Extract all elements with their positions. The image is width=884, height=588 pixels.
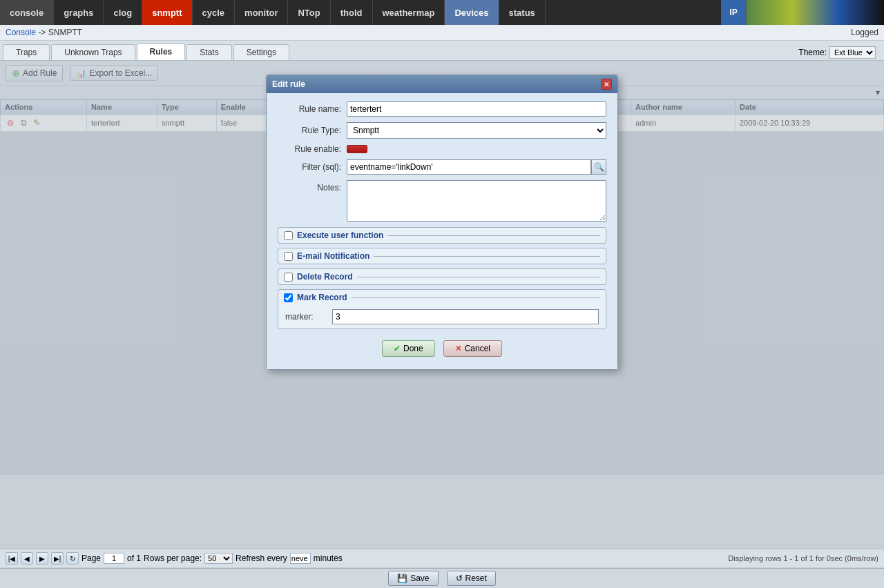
edit-rule-dialog: Edit rule ✕ Rule name: Rule Type: Snmptt [266,75,618,370]
main-content: ⊕ Add Rule 📊 Export to Excel... ▾ Action… [0,61,884,475]
rule-name-row: Rule name: [278,101,606,117]
marker-label: marker: [285,312,327,322]
delete-record-section: Delete Record [278,268,606,285]
delete-record-checkbox[interactable] [284,273,293,282]
filter-row: Filter (sql): 🔍 [278,159,606,175]
notes-row: Notes: [278,180,606,222]
section-divider [357,277,600,277]
done-icon: ✔ [394,344,401,353]
mark-record-label: Mark Record [297,293,347,302]
logged-in-label: Logged [851,28,878,37]
breadcrumb-current: SNMPTT [48,28,82,37]
nav-tab-devices[interactable]: Devices [445,0,499,25]
filter-label: Filter (sql): [278,162,347,172]
rule-name-input[interactable] [347,101,606,117]
breadcrumb-console-link[interactable]: Console [6,28,36,37]
rule-enable-toggle[interactable] [347,145,367,153]
nav-tab-console[interactable]: console [0,0,54,25]
section-divider [387,235,600,236]
nav-tab-thold[interactable]: thold [331,0,373,25]
marker-row: marker: [285,309,599,324]
tab-stats[interactable]: Stats [186,44,231,60]
top-decoration [746,0,884,25]
nav-tab-ntop[interactable]: NTop [288,0,330,25]
notes-textarea[interactable] [347,180,606,222]
notes-label: Notes: [278,180,347,193]
theme-select[interactable]: Ext Blue [829,46,876,59]
section-divider [374,256,600,257]
tab-unknown-traps[interactable]: Unknown Traps [51,44,135,60]
rule-enable-label: Rule enable: [278,144,347,154]
delete-record-header[interactable]: Delete Record [278,269,606,284]
done-label: Done [403,344,423,353]
mark-record-header[interactable]: Mark Record [278,290,606,305]
breadcrumb-arrow: -> [38,28,46,37]
nav-tab-cycle[interactable]: cycle [193,0,236,25]
delete-record-label: Delete Record [297,272,353,282]
tab-traps[interactable]: Traps [3,44,50,60]
filter-search-button[interactable]: 🔍 [591,159,606,175]
execute-user-function-label: Execute user function [297,231,383,240]
nav-logo: IP [721,0,746,25]
tab-rules[interactable]: Rules [137,43,186,60]
dialog-buttons: ✔ Done ✕ Cancel [278,333,606,361]
cancel-icon: ✕ [455,344,462,353]
email-notification-checkbox[interactable] [284,252,293,261]
filter-input[interactable] [347,159,591,175]
nav-tab-monitor[interactable]: monitor [235,0,288,25]
nav-tab-graphs[interactable]: graphs [54,0,104,25]
mark-record-checkbox[interactable] [284,293,293,302]
rule-name-label: Rule name: [278,104,347,114]
mark-record-content: marker: [278,305,606,329]
nav-tab-status[interactable]: status [499,0,546,25]
nav-tab-weathermap[interactable]: weathermap [373,0,445,25]
cancel-button[interactable]: ✕ Cancel [443,340,502,357]
modal-overlay: Edit rule ✕ Rule name: Rule Type: Snmptt [0,61,884,475]
rule-type-label: Rule Type: [278,126,347,135]
top-nav: console graphs clog snmptt cycle monitor… [0,0,884,25]
theme-selector: Theme: Ext Blue [793,45,881,60]
execute-user-function-section: Execute user function [278,227,606,244]
nav-tab-snmptt[interactable]: snmptt [142,0,192,25]
dialog-close-button[interactable]: ✕ [601,79,612,90]
done-button[interactable]: ✔ Done [382,340,435,357]
dialog-body: Rule name: Rule Type: Snmptt Rule enable… [267,93,617,369]
sub-tabs-bar: Traps Unknown Traps Rules Stats Settings… [0,41,884,61]
rule-type-row: Rule Type: Snmptt [278,122,606,139]
cancel-label: Cancel [465,344,490,353]
mark-record-section: Mark Record marker: [278,289,606,329]
nav-tab-clog[interactable]: clog [104,0,142,25]
breadcrumb: Console -> SNMPTT Logged [0,25,884,41]
marker-input[interactable] [332,309,599,324]
execute-user-function-header[interactable]: Execute user function [278,228,606,243]
rule-type-select[interactable]: Snmptt [347,122,606,139]
rule-enable-row: Rule enable: [278,144,606,154]
dialog-title: Edit rule [272,79,305,89]
execute-user-function-checkbox[interactable] [284,231,293,240]
email-notification-label: E-mail Notification [297,251,369,261]
theme-label: Theme: [798,48,827,57]
email-notification-header[interactable]: E-mail Notification [278,248,606,264]
section-divider [352,297,600,298]
filter-input-wrap: 🔍 [347,159,606,175]
email-notification-section: E-mail Notification [278,248,606,264]
dialog-title-bar: Edit rule ✕ [267,75,617,93]
tab-settings[interactable]: Settings [233,44,289,60]
